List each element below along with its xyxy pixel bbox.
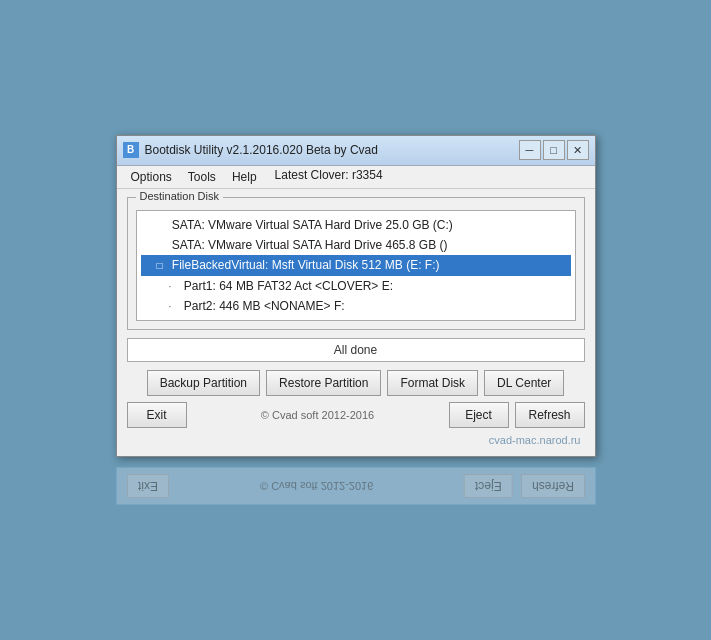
format-disk-button[interactable]: Format Disk — [387, 370, 478, 396]
tree-item-sata2[interactable]: SATA: VMware Virtual SATA Hard Drive 465… — [141, 235, 571, 255]
expander-part2: · — [169, 298, 181, 315]
tree-item-sata1-label: SATA: VMware Virtual SATA Hard Drive 25.… — [172, 218, 453, 232]
tree-item-sata1[interactable]: SATA: VMware Virtual SATA Hard Drive 25.… — [141, 215, 571, 235]
window-title: Bootdisk Utility v2.1.2016.020 Beta by C… — [145, 143, 519, 157]
reflection-copyright: © Cvad soft 2012-2016 — [177, 480, 456, 492]
exit-button[interactable]: Exit — [127, 402, 187, 428]
group-label: Destination Disk — [136, 190, 223, 202]
content-area: Destination Disk SATA: VMware Virtual SA… — [117, 189, 595, 457]
menu-options[interactable]: Options — [123, 168, 180, 186]
tree-item-part2-label: Part2: 446 MB <NONAME> F: — [184, 299, 345, 313]
dl-center-button[interactable]: DL Center — [484, 370, 564, 396]
window-reflection: Exit © Cvad soft 2012-2016 Eject Refresh — [116, 467, 596, 505]
refresh-button[interactable]: Refresh — [515, 402, 585, 428]
menu-bar: Options Tools Help Latest Clover: r3354 — [117, 166, 595, 189]
status-bar: All done — [127, 338, 585, 362]
menu-help[interactable]: Help — [224, 168, 265, 186]
tree-item-part1[interactable]: · Part1: 64 MB FAT32 Act <CLOVER> E: — [141, 276, 571, 296]
tree-item-sata2-label: SATA: VMware Virtual SATA Hard Drive 465… — [172, 238, 448, 252]
maximize-button[interactable]: □ — [543, 140, 565, 160]
menu-tools[interactable]: Tools — [180, 168, 224, 186]
expander-virtual: □ — [157, 257, 169, 274]
footer-row: Exit © Cvad soft 2012-2016 Eject Refresh — [127, 402, 585, 428]
reflection-exit-button: Exit — [127, 474, 169, 498]
app-icon: B — [123, 142, 139, 158]
clover-version: Latest Clover: r3354 — [275, 168, 383, 186]
close-button[interactable]: ✕ — [567, 140, 589, 160]
destination-disk-group: Destination Disk SATA: VMware Virtual SA… — [127, 197, 585, 331]
main-window: B Bootdisk Utility v2.1.2016.020 Beta by… — [116, 135, 596, 458]
eject-button[interactable]: Eject — [449, 402, 509, 428]
restore-partition-button[interactable]: Restore Partition — [266, 370, 381, 396]
tree-item-part2[interactable]: · Part2: 446 MB <NONAME> F: — [141, 296, 571, 316]
expander-part1: · — [169, 278, 181, 295]
minimize-button[interactable]: ─ — [519, 140, 541, 160]
tree-item-virtual-label: FileBackedVirtual: Msft Virtual Disk 512… — [172, 258, 440, 272]
reflection-content: Exit © Cvad soft 2012-2016 Eject Refresh — [117, 468, 595, 504]
disk-tree-view[interactable]: SATA: VMware Virtual SATA Hard Drive 25.… — [136, 210, 576, 322]
backup-partition-button[interactable]: Backup Partition — [147, 370, 260, 396]
reflection-refresh-button: Refresh — [520, 474, 584, 498]
action-buttons-row: Backup Partition Restore Partition Forma… — [127, 370, 585, 396]
watermark: cvad-mac.narod.ru — [127, 432, 585, 448]
copyright-label: © Cvad soft 2012-2016 — [193, 409, 443, 421]
reflection-eject-button: Eject — [464, 474, 513, 498]
status-text: All done — [334, 343, 377, 357]
tree-item-part1-label: Part1: 64 MB FAT32 Act <CLOVER> E: — [184, 279, 393, 293]
title-bar: B Bootdisk Utility v2.1.2016.020 Beta by… — [117, 136, 595, 166]
tree-item-virtual[interactable]: □ FileBackedVirtual: Msft Virtual Disk 5… — [141, 255, 571, 275]
title-bar-controls: ─ □ ✕ — [519, 140, 589, 160]
